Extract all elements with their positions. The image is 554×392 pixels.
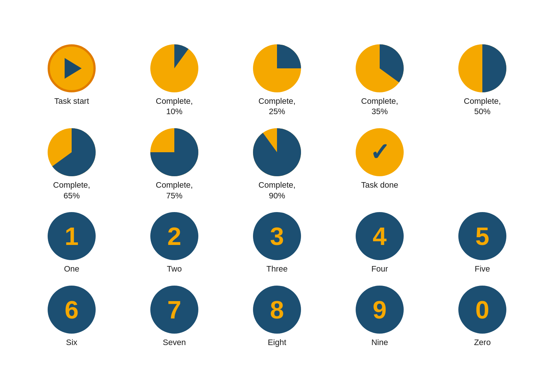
num-label-2: 2 bbox=[167, 222, 181, 250]
pie-svg-50 bbox=[458, 44, 506, 92]
icon-task-done: ✓ bbox=[356, 128, 404, 176]
num-circle-0: 0 bbox=[458, 286, 506, 334]
icon-complete-90 bbox=[253, 128, 301, 176]
icon-task-start bbox=[48, 44, 96, 92]
cell-num-0: 0 Zero bbox=[433, 286, 532, 348]
num-label-4: 4 bbox=[373, 222, 387, 250]
label-complete-10: Complete,10% bbox=[156, 96, 193, 117]
label-num-3: Three bbox=[266, 264, 287, 275]
task-done-circle: ✓ bbox=[356, 128, 404, 176]
icon-num-2: 2 bbox=[150, 212, 198, 260]
label-task-done: Task done bbox=[361, 180, 398, 191]
cell-complete-65: Complete,65% bbox=[22, 128, 121, 201]
cell-num-6: 6 Six bbox=[22, 286, 121, 348]
num-label-9: 9 bbox=[373, 295, 387, 324]
icon-num-1: 1 bbox=[48, 212, 96, 260]
label-num-2: Two bbox=[167, 264, 182, 275]
icon-complete-50 bbox=[458, 44, 506, 92]
cell-num-9: 9 Nine bbox=[330, 286, 429, 348]
num-label-6: 6 bbox=[65, 295, 79, 324]
num-label-5: 5 bbox=[475, 222, 489, 250]
icon-complete-35 bbox=[356, 44, 404, 92]
cell-complete-25: Complete,25% bbox=[228, 44, 326, 117]
num-circle-5: 5 bbox=[458, 212, 506, 260]
label-task-start: Task start bbox=[54, 96, 89, 107]
icon-complete-10 bbox=[150, 44, 198, 92]
icon-num-9: 9 bbox=[356, 286, 404, 334]
pie-svg-35 bbox=[356, 44, 404, 92]
cell-num-3: 3 Three bbox=[228, 212, 326, 275]
icon-num-0: 0 bbox=[458, 286, 506, 334]
cell-task-done: ✓ Task done bbox=[330, 128, 429, 201]
main-grid: Task start Complete,10% Complete,25% Com… bbox=[0, 30, 554, 363]
label-complete-25: Complete,25% bbox=[259, 96, 295, 117]
cell-complete-10: Complete,10% bbox=[125, 44, 224, 117]
cell-task-start: Task start bbox=[22, 44, 121, 117]
num-circle-4: 4 bbox=[356, 212, 404, 260]
icon-num-8: 8 bbox=[253, 286, 301, 334]
play-icon bbox=[65, 58, 82, 79]
cell-num-5: 5 Five bbox=[433, 212, 532, 275]
cell-complete-75: Complete,75% bbox=[125, 128, 224, 201]
num-label-3: 3 bbox=[270, 222, 284, 250]
num-label-0: 0 bbox=[475, 295, 489, 324]
cell-num-8: 8 Eight bbox=[228, 286, 326, 348]
cell-complete-35: Complete,35% bbox=[330, 44, 429, 117]
num-circle-3: 3 bbox=[253, 212, 301, 260]
cell-num-1: 1 One bbox=[22, 212, 121, 275]
num-circle-8: 8 bbox=[253, 286, 301, 334]
pie-svg-75 bbox=[150, 128, 198, 176]
num-circle-6: 6 bbox=[48, 286, 96, 334]
label-num-8: Eight bbox=[268, 337, 286, 348]
icon-num-5: 5 bbox=[458, 212, 506, 260]
label-num-4: Four bbox=[371, 264, 388, 275]
num-circle-7: 7 bbox=[150, 286, 198, 334]
task-start-circle bbox=[48, 44, 96, 92]
label-complete-65: Complete,65% bbox=[53, 180, 90, 201]
icon-complete-75 bbox=[150, 128, 198, 176]
cell-num-2: 2 Two bbox=[125, 212, 224, 275]
label-complete-75: Complete,75% bbox=[156, 180, 193, 201]
label-num-6: Six bbox=[66, 337, 78, 348]
icon-num-4: 4 bbox=[356, 212, 404, 260]
icon-complete-65 bbox=[48, 128, 96, 176]
cell-complete-50: Complete,50% bbox=[433, 44, 532, 117]
label-num-1: One bbox=[64, 264, 79, 275]
pie-svg-10 bbox=[150, 44, 198, 92]
label-num-0: Zero bbox=[474, 337, 490, 348]
icon-complete-25 bbox=[253, 44, 301, 92]
icon-num-6: 6 bbox=[48, 286, 96, 334]
icon-num-3: 3 bbox=[253, 212, 301, 260]
cell-num-7: 7 Seven bbox=[125, 286, 224, 348]
label-num-5: Five bbox=[475, 264, 490, 275]
cell-complete-90: Complete,90% bbox=[228, 128, 326, 201]
icon-num-7: 7 bbox=[150, 286, 198, 334]
num-circle-1: 1 bbox=[48, 212, 96, 260]
pie-svg-25 bbox=[253, 44, 301, 92]
pie-svg-65 bbox=[48, 128, 96, 176]
num-label-8: 8 bbox=[270, 295, 284, 324]
num-label-7: 7 bbox=[167, 295, 181, 324]
cell-num-4: 4 Four bbox=[330, 212, 429, 275]
cell-empty-1 bbox=[433, 128, 532, 201]
num-label-1: 1 bbox=[65, 222, 79, 250]
label-num-7: Seven bbox=[163, 337, 186, 348]
label-complete-50: Complete,50% bbox=[464, 96, 501, 117]
num-circle-2: 2 bbox=[150, 212, 198, 260]
num-circle-9: 9 bbox=[356, 286, 404, 334]
label-complete-90: Complete,90% bbox=[259, 180, 295, 201]
pie-svg-90 bbox=[253, 128, 301, 176]
label-complete-35: Complete,35% bbox=[361, 96, 398, 117]
label-num-9: Nine bbox=[371, 337, 388, 348]
checkmark-icon: ✓ bbox=[370, 140, 390, 164]
